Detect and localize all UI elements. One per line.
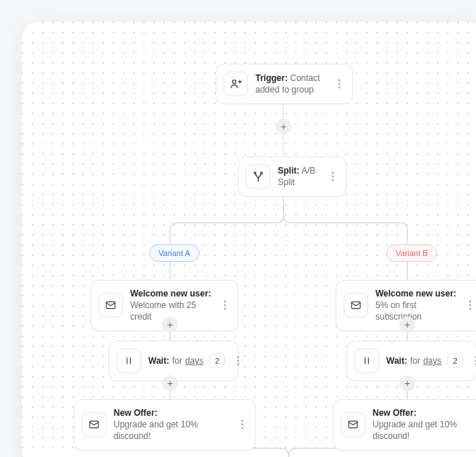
node-title: Welcome new user: bbox=[375, 288, 457, 299]
split-node[interactable]: Split: A/B Split bbox=[238, 156, 347, 197]
svg-point-25 bbox=[469, 308, 472, 310]
variant-a-chip[interactable]: Variant A bbox=[149, 244, 200, 262]
plus-icon: + bbox=[167, 378, 173, 388]
variant-b-chip[interactable]: Variant B bbox=[386, 244, 437, 262]
svg-point-19 bbox=[242, 420, 244, 422]
wait-node-b[interactable]: Wait: for days 2 bbox=[347, 341, 476, 381]
svg-point-11 bbox=[224, 304, 226, 307]
pause-icon bbox=[116, 349, 141, 373]
wait-node-a[interactable]: Wait: for days 2 bbox=[109, 341, 239, 381]
node-subtitle: Upgrade and get 10% discound! bbox=[373, 419, 476, 442]
add-step-button[interactable]: + bbox=[399, 375, 415, 391]
plus-icon: + bbox=[404, 378, 410, 388]
split-branch-icon bbox=[246, 164, 271, 189]
svg-point-3 bbox=[339, 87, 341, 89]
more-icon[interactable] bbox=[219, 300, 231, 310]
svg-point-21 bbox=[242, 427, 244, 430]
mail-icon bbox=[82, 412, 106, 437]
svg-point-23 bbox=[469, 301, 472, 303]
wait-value[interactable]: 2 bbox=[209, 354, 225, 369]
svg-point-16 bbox=[237, 360, 239, 362]
plus-icon: + bbox=[404, 320, 410, 330]
mail-icon bbox=[344, 293, 368, 317]
chip-label: Variant A bbox=[158, 249, 190, 257]
node-text: Split: A/B Split bbox=[278, 165, 320, 188]
email-node-offer-b[interactable]: New Offer: Upgrade and get 10% discound! bbox=[333, 399, 476, 450]
node-text: New Offer: Upgrade and get 10% discound! bbox=[373, 407, 476, 443]
wait-prefix: for bbox=[172, 355, 182, 367]
more-icon[interactable] bbox=[333, 79, 345, 89]
add-step-button[interactable]: + bbox=[276, 119, 292, 134]
add-step-button[interactable]: + bbox=[399, 317, 415, 333]
node-text: New Offer: Upgrade and get 10% discound! bbox=[114, 407, 229, 443]
more-icon[interactable] bbox=[464, 300, 476, 310]
workflow-canvas[interactable]: Trigger: Contact added to group + Split:… bbox=[22, 22, 476, 457]
svg-point-2 bbox=[339, 83, 341, 85]
node-text: Welcome new user: 5% on first subscripti… bbox=[375, 288, 457, 323]
wait-unit[interactable]: days bbox=[423, 355, 441, 367]
mail-icon bbox=[98, 293, 123, 317]
node-text: Wait: for days 2 bbox=[148, 354, 225, 369]
add-step-button[interactable]: + bbox=[162, 317, 178, 333]
more-icon[interactable] bbox=[232, 356, 244, 366]
email-node-offer-a[interactable]: New Offer: Upgrade and get 10% discound! bbox=[74, 399, 256, 450]
svg-point-17 bbox=[237, 364, 239, 366]
svg-point-6 bbox=[332, 172, 334, 174]
wait-value[interactable]: 2 bbox=[447, 354, 463, 369]
plus-icon: + bbox=[167, 320, 173, 330]
svg-point-12 bbox=[224, 308, 226, 310]
add-step-button[interactable]: + bbox=[162, 375, 178, 391]
svg-point-7 bbox=[332, 176, 334, 178]
node-title: Split: bbox=[278, 166, 299, 176]
mail-icon bbox=[341, 412, 365, 437]
node-text: Trigger: Contact added to group bbox=[255, 72, 326, 95]
more-icon[interactable] bbox=[470, 356, 476, 366]
svg-point-24 bbox=[469, 304, 472, 307]
trigger-node[interactable]: Trigger: Contact added to group bbox=[216, 64, 353, 104]
svg-point-5 bbox=[260, 172, 262, 174]
node-subtitle: 5% on first subscription bbox=[375, 299, 457, 323]
node-title: Trigger: bbox=[255, 73, 288, 83]
node-title: New Offer: bbox=[114, 407, 229, 419]
node-title: Wait: bbox=[386, 355, 407, 367]
chip-label: Variant B bbox=[396, 249, 428, 257]
node-title: Welcome new user: bbox=[130, 288, 212, 299]
svg-point-15 bbox=[237, 356, 239, 359]
node-subtitle: Upgrade and get 10% discound! bbox=[114, 419, 229, 442]
user-plus-icon bbox=[224, 72, 248, 96]
more-icon[interactable] bbox=[237, 419, 248, 430]
node-text: Wait: for days 2 bbox=[386, 354, 463, 369]
pause-icon bbox=[354, 349, 379, 373]
node-title: New Offer: bbox=[373, 407, 476, 419]
svg-point-8 bbox=[332, 179, 334, 181]
svg-point-4 bbox=[254, 172, 255, 174]
svg-point-20 bbox=[242, 424, 244, 426]
wait-unit[interactable]: days bbox=[185, 355, 203, 367]
more-icon[interactable] bbox=[327, 171, 339, 181]
svg-point-10 bbox=[224, 301, 226, 303]
svg-point-0 bbox=[232, 80, 236, 84]
node-title: Wait: bbox=[148, 355, 169, 367]
svg-point-1 bbox=[339, 80, 341, 82]
plus-icon: + bbox=[281, 121, 286, 132]
wait-prefix: for bbox=[410, 355, 420, 367]
